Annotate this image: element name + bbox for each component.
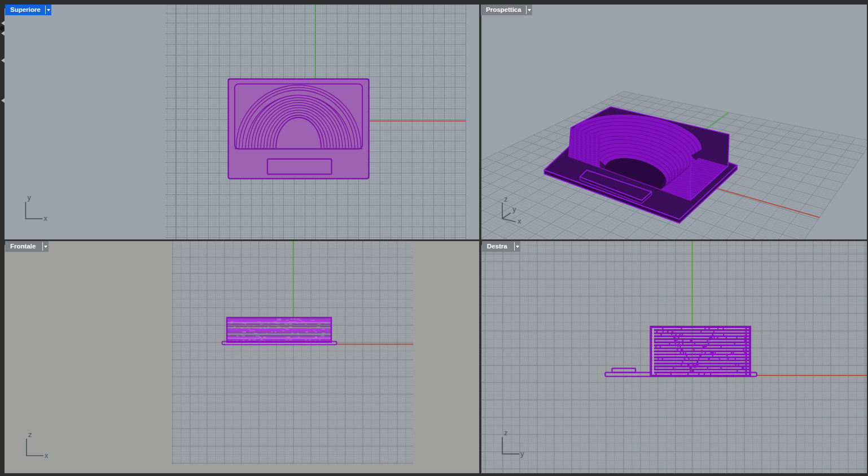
svg-text:z: z: [504, 429, 508, 437]
svg-text:z: z: [28, 430, 32, 439]
svg-text:z: z: [504, 195, 508, 203]
svg-text:y: y: [27, 193, 31, 202]
svg-text:y: y: [520, 449, 524, 458]
svg-text:x: x: [43, 214, 47, 222]
svg-text:y: y: [512, 205, 516, 213]
svg-text:x: x: [45, 451, 49, 460]
svg-text:x: x: [518, 217, 521, 225]
